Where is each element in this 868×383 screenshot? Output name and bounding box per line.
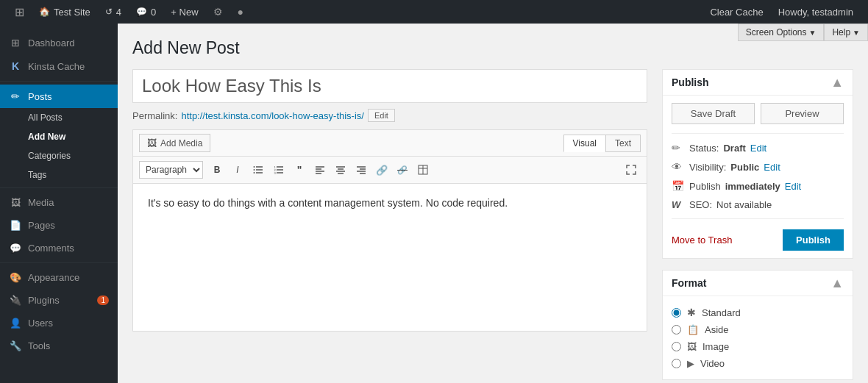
help-btn[interactable]: Help ▼ (824, 24, 868, 41)
permalink-bar: Permalink: http://test.kinsta.com/look-h… (132, 109, 647, 122)
save-draft-btn[interactable]: Save Draft (672, 103, 755, 124)
table-insert-btn[interactable] (413, 160, 433, 179)
svg-text:3.: 3. (274, 171, 277, 175)
menu-sep-1 (0, 81, 118, 82)
tab-visual[interactable]: Visual (563, 135, 605, 152)
format-toolbar: Paragraph B I 1.2.3. " (133, 157, 647, 184)
sidebar-subitem-categories[interactable]: Categories (0, 146, 118, 165)
editor-content-highlight: No code required. (423, 197, 508, 209)
seo-value: Not available (716, 199, 772, 210)
posts-icon: ✏ (9, 90, 22, 102)
visibility-icon: 👁 (672, 161, 685, 173)
format-metabox-header[interactable]: Format ▲ (663, 271, 853, 296)
blockquote-btn[interactable]: " (290, 160, 309, 179)
media-icon: 🖼 (9, 197, 22, 208)
publish-metabox-header[interactable]: Publish ▲ (663, 70, 853, 96)
format-metabox: Format ▲ ✱ Standard 📋 Aside (662, 270, 853, 380)
comments-link[interactable]: 💬 0 (129, 0, 163, 24)
sidebar-item-appearance[interactable]: 🎨 Appearance (0, 266, 118, 289)
tab-text[interactable]: Text (605, 135, 641, 152)
sidebar-item-tools[interactable]: 🔧 Tools (0, 334, 118, 357)
seo-label: SEO: (689, 199, 712, 210)
format-option-video: ▶ Video (672, 355, 844, 372)
format-radio-video[interactable] (672, 359, 681, 368)
permalink-edit-btn[interactable]: Edit (368, 109, 395, 122)
editor-toolbar-top: 🖼 Add Media Visual Text (133, 130, 647, 157)
howdy-label[interactable]: Howdy, testadmin (771, 0, 861, 24)
svg-point-3 (254, 166, 255, 168)
visibility-label: Visibility: (689, 162, 726, 173)
sidebar-item-comments[interactable]: 💬 Comments (0, 237, 118, 259)
plugins-badge: 1 (97, 296, 109, 305)
unlink-btn[interactable]: 🔗 (393, 160, 412, 179)
publish-toggle-icon: ▲ (830, 76, 844, 89)
paragraph-select[interactable]: Paragraph (139, 161, 203, 179)
appearance-icon: 🎨 (9, 272, 22, 283)
standard-icon: ✱ (687, 307, 696, 318)
post-title-input[interactable] (132, 69, 647, 103)
page-title: Add New Post (132, 38, 853, 58)
aside-icon: 📋 (687, 324, 699, 335)
italic-btn[interactable]: I (228, 160, 247, 179)
permalink-label: Permalink: (132, 110, 177, 121)
wp-logo[interactable]: ⊞ (7, 0, 32, 24)
sidebar-item-posts[interactable]: ✏ Posts (0, 85, 118, 108)
add-media-btn[interactable]: 🖼 Add Media (139, 134, 210, 152)
format-radio-image[interactable] (672, 342, 681, 351)
sidebar-subitem-tags[interactable]: Tags (0, 165, 118, 185)
sidebar-subitem-all-posts[interactable]: All Posts (0, 108, 118, 127)
editor-area: Permalink: http://test.kinsta.com/look-h… (132, 69, 647, 332)
format-radio-standard[interactable] (672, 308, 681, 318)
status-edit-link[interactable]: Edit (750, 143, 766, 154)
publish-bottom-actions: Move to Trash Publish (672, 223, 844, 251)
sidebar-item-pages[interactable]: 📄 Pages (0, 214, 118, 237)
menu-sep-3 (0, 262, 118, 263)
menu-sep-2 (0, 187, 118, 188)
format-option-standard: ✱ Standard (672, 304, 844, 321)
ol-btn[interactable]: 1.2.3. (269, 160, 288, 179)
sidebar-item-plugins[interactable]: 🔌 Plugins 1 (0, 289, 118, 312)
new-post-link[interactable]: + New (163, 0, 205, 24)
editor-body[interactable]: It's so easy to do things with a content… (133, 184, 647, 331)
plugins-icon: 🔌 (9, 295, 22, 306)
format-radio-aside[interactable] (672, 325, 681, 334)
publish-btn[interactable]: Publish (783, 229, 844, 251)
status-row: ✏ Status: Draft Edit (672, 138, 844, 157)
users-icon: 👤 (9, 318, 22, 329)
sidebar-item-users[interactable]: 👤 Users (0, 312, 118, 334)
sidebar-item-kinsta-cache[interactable]: K Kinsta Cache (0, 54, 118, 78)
fullscreen-btn[interactable] (622, 160, 641, 179)
sidebar-item-dashboard[interactable]: ⊞ Dashboard (0, 31, 118, 54)
permalink-url[interactable]: http://test.kinsta.com/look-how-easy-thi… (181, 110, 364, 121)
svg-point-4 (254, 169, 255, 171)
publish-time-label: Publish (689, 181, 721, 192)
ul-btn[interactable] (249, 160, 268, 179)
align-center-btn[interactable] (331, 160, 350, 179)
dashboard-icon: ⊞ (9, 37, 22, 49)
site-name-link[interactable]: 🏠 Test Site (32, 0, 98, 24)
status-icon: ✏ (672, 142, 685, 154)
clear-cache-btn[interactable]: Clear Cache (702, 0, 770, 24)
publish-box-title: Publish (672, 76, 709, 88)
align-right-btn[interactable] (352, 160, 371, 179)
preview-btn[interactable]: Preview (761, 103, 844, 124)
media-upload-icon: 🖼 (147, 137, 157, 148)
visibility-edit-link[interactable]: Edit (764, 162, 780, 173)
main-content: Add New Post Permalink: http://test.kins… (118, 24, 868, 383)
revisions-link[interactable]: ↺ 4 (98, 0, 129, 24)
calendar-icon: 📅 (672, 180, 685, 192)
move-trash-link[interactable]: Move to Trash (672, 235, 732, 246)
editor-content-static: It's so easy to do things with a content… (148, 197, 423, 209)
screen-options-btn[interactable]: Screen Options ▼ (738, 24, 825, 41)
visibility-row: 👁 Visibility: Public Edit (672, 157, 844, 176)
link-btn[interactable]: 🔗 (372, 160, 391, 179)
video-format-icon: ▶ (687, 358, 694, 369)
format-option-image: 🖼 Image (672, 338, 844, 355)
chevron-down-icon: ▼ (853, 29, 860, 37)
bold-btn[interactable]: B (207, 160, 227, 179)
sidebar-item-media[interactable]: 🖼 Media (0, 191, 118, 214)
wp-plugin-icon[interactable]: ⚙ (206, 0, 230, 24)
sidebar-subitem-add-new[interactable]: Add New (0, 127, 118, 146)
publish-time-edit-link[interactable]: Edit (785, 181, 801, 192)
align-left-btn[interactable] (310, 160, 330, 179)
